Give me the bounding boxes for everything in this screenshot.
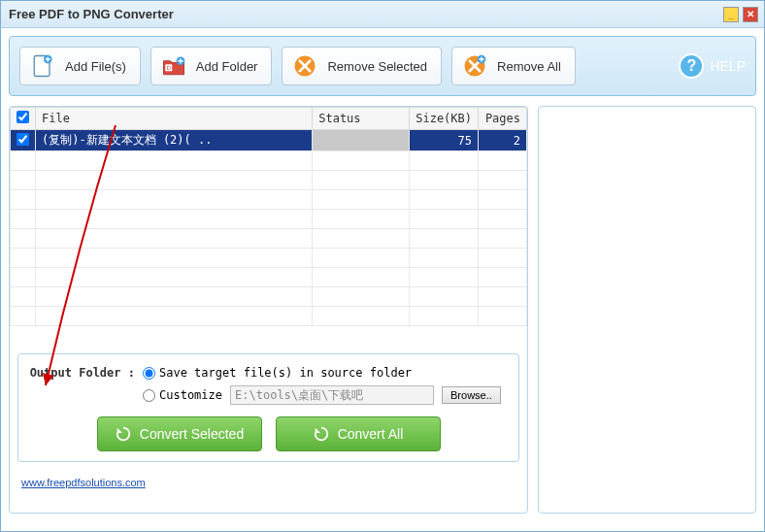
- customize-path-input[interactable]: [230, 385, 434, 405]
- browse-button[interactable]: Browse..: [442, 386, 501, 404]
- add-folder-label: Add Folder: [196, 59, 258, 74]
- row-checkbox[interactable]: [17, 133, 29, 146]
- folder-plus-icon: D: [159, 51, 188, 81]
- refresh-icon: [115, 425, 132, 443]
- remove-selected-button[interactable]: Remove Selected: [282, 47, 442, 85]
- document-plus-icon: [28, 51, 57, 81]
- table-row: [11, 151, 527, 171]
- table-row: [11, 190, 527, 210]
- table-row: [11, 229, 527, 249]
- help-icon: ?: [679, 53, 704, 79]
- convert-all-button[interactable]: Convert All: [276, 416, 441, 451]
- cell-pages: 2: [479, 130, 527, 151]
- table-row: [11, 287, 527, 307]
- header-size[interactable]: Size(KB): [410, 108, 479, 130]
- radio-customize-label: Customize: [159, 388, 222, 402]
- remove-all-button[interactable]: Remove All: [451, 47, 576, 85]
- main-row: File Status Size(KB) Pages (复制)-新建文本文档 (…: [9, 106, 756, 514]
- header-status[interactable]: Status: [313, 108, 410, 130]
- preview-panel: [538, 106, 756, 514]
- radio-customize-input[interactable]: [143, 389, 155, 402]
- footer: www.freepdfsolutions.com: [10, 470, 527, 495]
- table-row: [11, 249, 527, 268]
- titlebar: Free PDF to PNG Converter _ ✕: [1, 1, 764, 28]
- content-area: Add File(s) D Add Folder Remove Selected…: [1, 28, 764, 521]
- radio-source-label: Save target file(s) in source folder: [159, 366, 412, 380]
- svg-text:D: D: [166, 64, 171, 71]
- cell-file: (复制)-新建文本文档 (2)( ..: [36, 130, 313, 151]
- table-row: [11, 268, 527, 287]
- add-folder-button[interactable]: D Add Folder: [150, 47, 273, 85]
- select-all-checkbox[interactable]: [17, 111, 29, 123]
- table-row: [11, 307, 527, 326]
- remove-icon: [290, 51, 319, 81]
- refresh-icon: [313, 425, 330, 443]
- cell-size: 75: [410, 130, 479, 151]
- remove-all-label: Remove All: [497, 59, 561, 74]
- output-panel: Output Folder : Save target file(s) in s…: [17, 353, 519, 462]
- table-row[interactable]: (复制)-新建文本文档 (2)( .. 75 2: [11, 130, 527, 151]
- window-title: Free PDF to PNG Converter: [9, 7, 719, 21]
- header-pages[interactable]: Pages: [479, 108, 527, 130]
- help-button[interactable]: ? HELP: [679, 53, 746, 79]
- header-file[interactable]: File: [36, 108, 313, 130]
- radio-source-input[interactable]: [143, 367, 155, 380]
- website-link[interactable]: www.freepdfsolutions.com: [21, 477, 146, 488]
- table-row: [11, 210, 527, 229]
- file-table-area: File Status Size(KB) Pages (复制)-新建文本文档 (…: [10, 107, 527, 346]
- add-files-button[interactable]: Add File(s): [19, 47, 141, 85]
- convert-all-label: Convert All: [338, 426, 404, 442]
- file-list-panel: File Status Size(KB) Pages (复制)-新建文本文档 (…: [9, 106, 528, 514]
- file-table: File Status Size(KB) Pages (复制)-新建文本文档 (…: [10, 107, 527, 326]
- table-row: [11, 171, 527, 190]
- convert-selected-button[interactable]: Convert Selected: [97, 416, 262, 451]
- radio-customize[interactable]: Customize: [143, 388, 222, 402]
- add-files-label: Add File(s): [65, 59, 126, 74]
- header-check[interactable]: [11, 108, 36, 130]
- close-button[interactable]: ✕: [743, 7, 758, 22]
- cell-status: [313, 130, 410, 151]
- radio-source-folder[interactable]: Save target file(s) in source folder: [143, 366, 412, 380]
- toolbar: Add File(s) D Add Folder Remove Selected…: [9, 36, 756, 96]
- app-window: Free PDF to PNG Converter _ ✕ Add File(s…: [0, 0, 765, 532]
- help-label: HELP: [710, 58, 746, 74]
- remove-selected-label: Remove Selected: [327, 59, 427, 74]
- convert-selected-label: Convert Selected: [140, 426, 244, 442]
- output-folder-label: Output Folder :: [28, 366, 135, 380]
- remove-all-icon: [460, 51, 489, 81]
- minimize-button[interactable]: _: [723, 7, 739, 22]
